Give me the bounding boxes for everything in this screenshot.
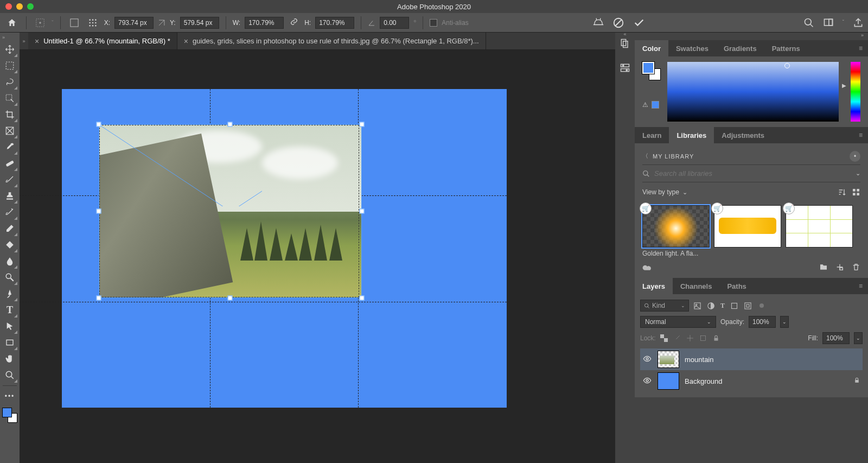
lock-artboard-icon[interactable] <box>699 334 707 342</box>
type-tool[interactable]: T <box>2 302 18 318</box>
transform-handle-s[interactable] <box>228 296 233 301</box>
filter-pixel-icon[interactable] <box>693 302 701 310</box>
search-btn[interactable] <box>803 17 814 28</box>
color-picker-cursor[interactable] <box>784 63 790 68</box>
window-maximize[interactable] <box>27 3 34 10</box>
stamp-tool[interactable] <box>2 188 18 204</box>
document-tab-1[interactable]: × Untitled-1 @ 66.7% (mountain, RGB/8) * <box>28 33 177 49</box>
filter-shape-icon[interactable] <box>730 302 738 310</box>
document-tab-2[interactable]: × guides, grids, slices in photoshop to … <box>177 33 486 49</box>
library-item[interactable]: 🛒 <box>642 205 710 248</box>
library-search-input[interactable] <box>654 169 851 177</box>
account-avatar[interactable]: • <box>850 151 860 162</box>
transform-reference-btn[interactable] <box>33 16 47 30</box>
edit-toolbar-btn[interactable]: ••• <box>2 388 18 404</box>
view-by-label[interactable]: View by type <box>642 188 679 196</box>
tab-color[interactable]: Color <box>635 40 668 56</box>
library-item[interactable]: 🛒 <box>786 205 853 248</box>
opacity-input[interactable]: 100% <box>749 316 776 328</box>
w-input[interactable] <box>245 17 284 29</box>
panel-fg-color[interactable] <box>642 62 654 74</box>
tab-learn[interactable]: Learn <box>635 127 669 143</box>
filter-type-icon[interactable]: T <box>720 302 725 310</box>
hand-tool[interactable] <box>2 351 18 367</box>
transform-handle-e[interactable] <box>360 209 365 214</box>
opacity-dropdown[interactable]: ⌄ <box>780 316 789 328</box>
move-tool[interactable] <box>2 41 18 58</box>
transform-handle-w[interactable] <box>97 209 101 214</box>
layer-visibility-toggle[interactable] <box>642 376 652 386</box>
commit-transform-btn[interactable] <box>633 17 645 29</box>
tab-close-btn[interactable]: × <box>184 37 188 46</box>
chevron-down-icon[interactable]: ⌄ <box>682 189 687 196</box>
grid-9-btn[interactable] <box>67 16 81 30</box>
panel-menu-btn[interactable]: ≡ <box>853 282 868 290</box>
cloud-icon[interactable] <box>642 263 652 270</box>
tab-layers[interactable]: Layers <box>635 278 673 294</box>
lock-transparency-icon[interactable] <box>660 334 668 342</box>
tab-adjustments[interactable]: Adjustments <box>714 127 772 143</box>
path-select-tool[interactable] <box>2 318 18 334</box>
share-btn[interactable] <box>853 17 864 28</box>
lock-icon[interactable] <box>853 377 860 385</box>
workspace-caret[interactable]: ˇ <box>843 20 844 26</box>
cancel-transform-btn[interactable] <box>612 17 624 29</box>
sort-icon[interactable] <box>838 188 846 196</box>
toolbox-expand[interactable]: » <box>2 35 5 40</box>
y-input[interactable] <box>180 17 219 29</box>
layer-name[interactable]: mountain <box>685 356 713 364</box>
history-brush-tool[interactable] <box>2 204 18 220</box>
add-icon[interactable] <box>835 263 844 271</box>
workspace-btn[interactable] <box>823 17 834 28</box>
foreground-background-colors[interactable] <box>2 408 17 423</box>
dropdown-caret-icon[interactable]: ˇ <box>52 20 54 26</box>
closest-color-swatch[interactable] <box>652 101 659 109</box>
layer-item[interactable]: Background <box>640 370 863 392</box>
quick-select-tool[interactable] <box>2 90 18 106</box>
color-fg-bg[interactable] <box>642 62 660 89</box>
shape-tool[interactable] <box>2 334 18 351</box>
eyedropper-tool[interactable] <box>2 139 18 155</box>
frame-tool[interactable] <box>2 123 18 139</box>
transform-handle-n[interactable] <box>228 122 233 127</box>
layer-item[interactable]: mountain <box>640 348 863 370</box>
fill-dropdown[interactable]: ⌄ <box>854 332 863 344</box>
properties-panel-icon[interactable] <box>620 62 630 75</box>
color-spectrum[interactable]: ▶ <box>667 62 839 122</box>
x-input[interactable] <box>114 17 154 29</box>
layer-thumbnail[interactable] <box>658 372 679 390</box>
layer-thumbnail[interactable] <box>658 351 679 368</box>
eraser-tool[interactable] <box>2 220 18 237</box>
tab-expand[interactable]: » <box>20 33 28 49</box>
panel-menu-btn[interactable]: ≡ <box>853 45 868 52</box>
angle-input[interactable] <box>380 17 409 29</box>
pen-tool[interactable] <box>2 286 18 302</box>
lock-position-icon[interactable] <box>686 334 694 342</box>
blur-tool[interactable] <box>2 253 18 269</box>
canvas-viewport[interactable] <box>20 50 615 463</box>
brush-tool[interactable] <box>2 172 18 188</box>
transform-handle-nw[interactable] <box>97 122 101 127</box>
swap-xy-icon[interactable] <box>158 19 165 27</box>
grid-view-icon[interactable] <box>852 188 860 196</box>
transform-handle-ne[interactable] <box>360 122 365 127</box>
gradient-tool[interactable] <box>2 237 18 253</box>
panel-menu-btn[interactable]: ≡ <box>853 131 868 139</box>
gamut-warning-icon[interactable]: ⚠ <box>642 101 648 109</box>
folder-icon[interactable] <box>819 263 828 271</box>
canvas[interactable] <box>62 89 507 408</box>
tab-libraries[interactable]: Libraries <box>669 127 714 143</box>
antialias-checkbox[interactable] <box>430 19 437 27</box>
tab-patterns[interactable]: Patterns <box>764 40 808 56</box>
link-wh-btn[interactable] <box>288 18 300 27</box>
lasso-tool[interactable] <box>2 74 18 90</box>
h-input[interactable] <box>315 17 354 29</box>
tab-close-btn[interactable]: × <box>35 37 39 46</box>
hue-slider-arrow[interactable]: ▶ <box>842 83 846 88</box>
marquee-tool[interactable] <box>2 58 18 74</box>
layer-kind-filter[interactable]: Kind ⌄ <box>640 300 689 312</box>
layer-name[interactable]: Background <box>685 377 722 385</box>
lock-all-icon[interactable] <box>712 334 720 342</box>
hue-strip[interactable] <box>851 62 860 122</box>
tab-swatches[interactable]: Swatches <box>668 40 716 56</box>
